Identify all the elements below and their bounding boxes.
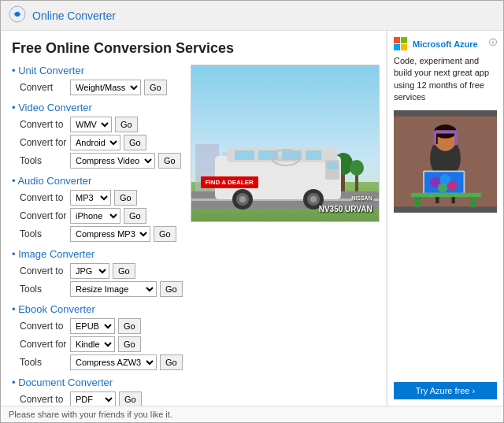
svg-point-11 bbox=[350, 160, 364, 176]
go-unit-button[interactable]: Go bbox=[144, 80, 167, 95]
select-video-format[interactable]: WMVMP4AVIMOV bbox=[70, 117, 112, 132]
go-audio-for-button[interactable]: Go bbox=[124, 208, 146, 224]
label-ebook-for: Convert for bbox=[20, 339, 67, 350]
row-audio-tools: Tools Compress MP3Trim Audio Go bbox=[12, 226, 183, 242]
page-title: Free Online Conversion Services bbox=[12, 40, 375, 57]
select-audio-format[interactable]: MP3WAVAACOGG bbox=[70, 190, 111, 206]
section-ebook: Ebook Converter Convert to EPUBMOBIPDFAZ… bbox=[12, 303, 183, 370]
section-title-audio[interactable]: Audio Converter bbox=[12, 175, 183, 187]
label-video-to: Convert to bbox=[20, 119, 67, 130]
section-title-ebook[interactable]: Ebook Converter bbox=[12, 303, 183, 315]
azure-image bbox=[394, 110, 497, 213]
row-doc-to: Convert to PDFDOCDOCXTXT Go bbox=[12, 391, 183, 406]
label-doc-to: Convert to bbox=[20, 394, 67, 405]
select-image-format[interactable]: JPGPNGGIFBMP bbox=[70, 263, 109, 279]
go-video-for-button[interactable]: Go bbox=[124, 135, 146, 150]
go-ebook-for-button[interactable]: Go bbox=[118, 336, 141, 352]
azure-info-icon[interactable]: ⓘ bbox=[489, 37, 497, 48]
go-ebook-to-button[interactable]: Go bbox=[118, 318, 141, 334]
row-ebook-tools: Tools Compress AZW3Split Ebook Go bbox=[12, 354, 183, 370]
title-bar: Online Converter bbox=[1, 1, 503, 31]
find-dealer-button[interactable]: FIND A DEALER bbox=[201, 176, 258, 188]
svg-rect-39 bbox=[454, 132, 458, 146]
footer-text: Please share with your friends if you li… bbox=[9, 410, 172, 419]
label-audio-to: Convert to bbox=[20, 192, 67, 203]
svg-point-1 bbox=[15, 12, 20, 17]
label-ebook-to: Convert to bbox=[20, 321, 67, 332]
app-title: Online Converter bbox=[32, 9, 116, 22]
select-ebook-format[interactable]: EPUBMOBIPDFAZW3 bbox=[70, 318, 115, 334]
svg-rect-48 bbox=[470, 197, 476, 207]
section-unit: Unit Converter Convert Weight/Mass Lengt… bbox=[12, 65, 183, 95]
label-audio-for: Convert for bbox=[20, 210, 67, 221]
svg-rect-17 bbox=[306, 150, 321, 160]
label-video-tools: Tools bbox=[20, 155, 67, 166]
select-audio-tools[interactable]: Compress MP3Trim Audio bbox=[70, 226, 150, 242]
azure-description: Code, experiment and build your next gre… bbox=[394, 55, 497, 104]
nissan-ad-container: ⓘ × bbox=[191, 65, 384, 406]
svg-rect-38 bbox=[434, 130, 458, 133]
section-title-document[interactable]: Document Converter bbox=[12, 377, 183, 388]
svg-point-44 bbox=[447, 180, 457, 190]
svg-point-45 bbox=[438, 183, 447, 192]
row-video-to: Convert to WMVMP4AVIMOV Go bbox=[12, 117, 183, 132]
logo-sq-green bbox=[401, 37, 407, 43]
svg-rect-14 bbox=[235, 150, 254, 160]
label-image-tools: Tools bbox=[20, 284, 67, 295]
try-azure-button[interactable]: Try Azure free › bbox=[394, 382, 497, 399]
nissan-ad-banner[interactable]: ⓘ × bbox=[191, 65, 380, 222]
select-image-tools[interactable]: Resize ImageCrop ImageCompress Image bbox=[70, 281, 157, 297]
footer-bar: Please share with your friends if you li… bbox=[1, 406, 503, 422]
go-audio-to-button[interactable]: Go bbox=[114, 190, 137, 206]
go-image-tools-button[interactable]: Go bbox=[160, 281, 183, 297]
select-video-tools[interactable]: Compress VideoTrim Video bbox=[70, 153, 155, 169]
go-doc-to-button[interactable]: Go bbox=[119, 391, 142, 406]
section-title-unit[interactable]: Unit Converter bbox=[12, 65, 183, 76]
select-audio-device[interactable]: iPhoneAndroidiPad bbox=[70, 208, 120, 224]
select-doc-format[interactable]: PDFDOCDOCXTXT bbox=[70, 391, 116, 406]
section-document: Document Converter Convert to PDFDOCDOCX… bbox=[12, 377, 183, 406]
microsoft-logo-icon bbox=[394, 37, 407, 50]
go-video-tools-button[interactable]: Go bbox=[158, 153, 181, 169]
azure-logo: Microsoft Azure bbox=[394, 37, 478, 50]
row-unit-convert: Convert Weight/Mass Length Volume Temper… bbox=[12, 80, 183, 95]
section-audio: Audio Converter Convert to MP3WAVAACOGG … bbox=[12, 175, 183, 242]
go-video-to-button[interactable]: Go bbox=[115, 117, 138, 132]
row-video-for: Convert for AndroidiPhoneiPad Go bbox=[12, 135, 183, 150]
row-video-tools: Tools Compress VideoTrim Video Go bbox=[12, 153, 183, 169]
section-title-video[interactable]: Video Converter bbox=[12, 102, 183, 113]
go-audio-tools-button[interactable]: Go bbox=[154, 226, 176, 242]
main-content-top: Unit Converter Convert Weight/Mass Lengt… bbox=[12, 65, 375, 406]
main-window: Online Converter Free Online Conversion … bbox=[0, 0, 504, 423]
row-audio-for: Convert for iPhoneAndroidiPad Go bbox=[12, 208, 183, 224]
select-ebook-device[interactable]: KindleiPadKobo bbox=[70, 336, 115, 352]
row-ebook-for: Convert for KindleiPadKobo Go bbox=[12, 336, 183, 352]
section-video: Video Converter Convert to WMVMP4AVIMOV … bbox=[12, 102, 183, 169]
converters-list: Unit Converter Convert Weight/Mass Lengt… bbox=[12, 65, 183, 406]
label-video-for: Convert for bbox=[20, 137, 67, 148]
content-area: Free Online Conversion Services Unit Con… bbox=[1, 31, 503, 406]
section-image: Image Converter Convert to JPGPNGGIFBMP … bbox=[12, 248, 183, 297]
select-unit-weight[interactable]: Weight/Mass Length Volume Temperature Sp… bbox=[70, 80, 141, 95]
label-unit-convert: Convert bbox=[20, 82, 67, 93]
go-ebook-tools-button[interactable]: Go bbox=[160, 354, 183, 370]
section-title-image[interactable]: Image Converter bbox=[12, 248, 183, 260]
azure-brand-title: Microsoft Azure bbox=[413, 39, 478, 49]
logo-sq-yellow bbox=[401, 44, 407, 50]
svg-rect-19 bbox=[327, 161, 338, 169]
azure-ad-header: Microsoft Azure ⓘ bbox=[394, 37, 497, 50]
go-image-to-button[interactable]: Go bbox=[113, 263, 135, 279]
label-image-to: Convert to bbox=[20, 265, 67, 276]
main-panel: Free Online Conversion Services Unit Con… bbox=[1, 31, 387, 406]
select-ebook-tools[interactable]: Compress AZW3Split Ebook bbox=[70, 354, 157, 370]
svg-rect-47 bbox=[415, 197, 421, 207]
label-audio-tools: Tools bbox=[20, 228, 67, 239]
nissan-caption: NISSAN bbox=[351, 195, 372, 201]
app-icon bbox=[9, 6, 26, 25]
label-ebook-tools: Tools bbox=[20, 357, 67, 368]
select-video-device[interactable]: AndroidiPhoneiPad bbox=[70, 135, 120, 150]
svg-point-22 bbox=[239, 196, 246, 202]
row-image-tools: Tools Resize ImageCrop ImageCompress Ima… bbox=[12, 281, 183, 297]
right-panel: Microsoft Azure ⓘ Code, experiment and b… bbox=[387, 31, 503, 406]
svg-point-25 bbox=[310, 196, 317, 202]
